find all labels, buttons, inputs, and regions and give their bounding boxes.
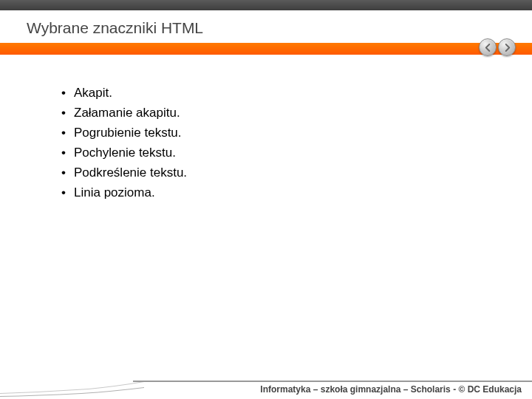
content-area: • Akapit. • Załamanie akapitu. • Pogrubi… [0,55,532,200]
divider-bar [0,43,532,55]
bullet-icon: • [53,86,74,100]
list-item-text: Pogrubienie tekstu. [74,126,182,140]
bullet-icon: • [53,106,74,120]
footer-text: Informatyka – szkoła gimnazjalna – Schol… [260,384,522,395]
bullet-icon: • [53,146,74,160]
bullet-icon: • [53,166,74,180]
nav-controls [479,38,516,56]
top-bar [0,0,532,10]
list-item: • Pogrubienie tekstu. [53,126,532,140]
bullet-icon: • [53,185,74,200]
list-item: • Podkreślenie tekstu. [53,166,532,180]
footer: Informatyka – szkoła gimnazjalna – Schol… [0,380,532,399]
page-title: Wybrane znaczniki HTML [27,19,532,37]
list-item-text: Podkreślenie tekstu. [74,166,187,180]
footer-line [133,381,532,382]
list-item-text: Akapit. [74,86,112,100]
chevron-left-icon [485,44,491,52]
list-item: • Pochylenie tekstu. [53,146,532,160]
next-button[interactable] [498,38,516,56]
list-item: • Załamanie akapitu. [53,106,532,120]
prev-button[interactable] [479,38,497,56]
title-area: Wybrane znaczniki HTML [0,10,532,43]
list-item-text: Pochylenie tekstu. [74,146,176,160]
list-item: • Linia pozioma. [53,185,532,200]
list-item-text: Linia pozioma. [74,185,155,200]
footer-decoration [0,380,144,399]
bullet-list: • Akapit. • Załamanie akapitu. • Pogrubi… [53,86,532,200]
chevron-right-icon [504,44,511,52]
list-item: • Akapit. [53,86,532,100]
bullet-icon: • [53,126,74,140]
list-item-text: Załamanie akapitu. [74,106,180,120]
